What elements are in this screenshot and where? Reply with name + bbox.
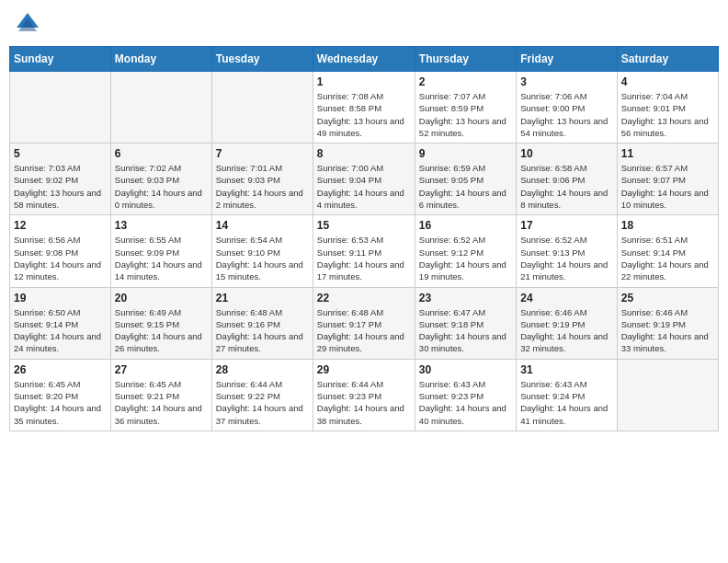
day-number: 4 — [621, 75, 714, 88]
day-cell: 26Sunrise: 6:45 AMSunset: 9:20 PMDayligh… — [10, 359, 111, 431]
day-info: Sunrise: 6:52 AMSunset: 9:12 PMDaylight:… — [419, 234, 512, 282]
day-cell: 23Sunrise: 6:47 AMSunset: 9:18 PMDayligh… — [415, 287, 516, 359]
day-cell: 6Sunrise: 7:02 AMSunset: 9:03 PMDaylight… — [110, 144, 211, 215]
day-cell: 4Sunrise: 7:04 AMSunset: 9:01 PMDaylight… — [617, 72, 718, 144]
day-cell: 11Sunrise: 6:57 AMSunset: 9:07 PMDayligh… — [617, 144, 718, 215]
day-number: 8 — [317, 147, 411, 160]
day-number: 20 — [115, 292, 208, 304]
day-number: 26 — [14, 363, 107, 376]
day-number: 15 — [317, 219, 411, 232]
week-row-5: 26Sunrise: 6:45 AMSunset: 9:20 PMDayligh… — [10, 359, 719, 431]
day-number: 16 — [419, 219, 512, 232]
day-info: Sunrise: 6:48 AMSunset: 9:16 PMDaylight:… — [216, 306, 309, 355]
day-info: Sunrise: 6:44 AMSunset: 9:23 PMDaylight:… — [317, 378, 411, 427]
day-number: 11 — [621, 147, 714, 160]
day-number: 22 — [317, 292, 411, 304]
day-cell: 24Sunrise: 6:46 AMSunset: 9:19 PMDayligh… — [517, 287, 617, 359]
day-info: Sunrise: 6:57 AMSunset: 9:07 PMDaylight:… — [621, 162, 714, 211]
day-info: Sunrise: 6:45 AMSunset: 9:20 PMDaylight:… — [14, 378, 107, 427]
day-info: Sunrise: 6:50 AMSunset: 9:14 PMDaylight:… — [14, 306, 107, 355]
day-info: Sunrise: 6:46 AMSunset: 9:19 PMDaylight:… — [520, 306, 612, 355]
day-cell: 12Sunrise: 6:56 AMSunset: 9:08 PMDayligh… — [10, 215, 111, 287]
day-number: 2 — [419, 75, 512, 88]
day-number: 31 — [520, 363, 612, 376]
day-cell: 22Sunrise: 6:48 AMSunset: 9:17 PMDayligh… — [313, 287, 415, 359]
day-info: Sunrise: 6:58 AMSunset: 9:06 PMDaylight:… — [520, 162, 612, 211]
day-number: 19 — [14, 292, 107, 304]
week-row-3: 12Sunrise: 6:56 AMSunset: 9:08 PMDayligh… — [10, 215, 719, 287]
logo — [13, 9, 46, 39]
header-thursday: Thursday — [415, 47, 516, 72]
day-number: 7 — [216, 147, 309, 160]
day-cell: 1Sunrise: 7:08 AMSunset: 8:58 PMDaylight… — [313, 72, 415, 144]
day-info: Sunrise: 7:04 AMSunset: 9:01 PMDaylight:… — [621, 90, 714, 139]
week-row-2: 5Sunrise: 7:03 AMSunset: 9:02 PMDaylight… — [10, 144, 719, 215]
calendar-table: SundayMondayTuesdayWednesdayThursdayFrid… — [9, 46, 719, 431]
day-cell: 19Sunrise: 6:50 AMSunset: 9:14 PMDayligh… — [10, 287, 111, 359]
day-cell: 30Sunrise: 6:43 AMSunset: 9:23 PMDayligh… — [415, 359, 516, 431]
day-info: Sunrise: 7:00 AMSunset: 9:04 PMDaylight:… — [317, 162, 411, 211]
day-cell: 5Sunrise: 7:03 AMSunset: 9:02 PMDaylight… — [10, 144, 111, 215]
day-cell: 31Sunrise: 6:43 AMSunset: 9:24 PMDayligh… — [517, 359, 617, 431]
day-number: 25 — [621, 292, 714, 304]
day-info: Sunrise: 7:02 AMSunset: 9:03 PMDaylight:… — [115, 162, 208, 211]
day-cell: 29Sunrise: 6:44 AMSunset: 9:23 PMDayligh… — [313, 359, 415, 431]
day-cell: 20Sunrise: 6:49 AMSunset: 9:15 PMDayligh… — [110, 287, 211, 359]
page-header — [9, 9, 719, 39]
day-info: Sunrise: 6:47 AMSunset: 9:18 PMDaylight:… — [419, 306, 512, 355]
day-number: 6 — [115, 147, 208, 160]
day-info: Sunrise: 6:56 AMSunset: 9:08 PMDaylight:… — [14, 234, 107, 282]
day-cell: 7Sunrise: 7:01 AMSunset: 9:03 PMDaylight… — [211, 144, 313, 215]
day-number: 3 — [520, 75, 612, 88]
header-tuesday: Tuesday — [211, 47, 313, 72]
header-monday: Monday — [110, 47, 211, 72]
day-number: 12 — [14, 219, 107, 232]
day-number: 24 — [520, 292, 612, 304]
header-saturday: Saturday — [617, 47, 718, 72]
week-row-1: 1Sunrise: 7:08 AMSunset: 8:58 PMDaylight… — [10, 72, 719, 144]
day-info: Sunrise: 7:08 AMSunset: 8:58 PMDaylight:… — [317, 90, 411, 139]
day-cell: 15Sunrise: 6:53 AMSunset: 9:11 PMDayligh… — [313, 215, 415, 287]
day-cell: 28Sunrise: 6:44 AMSunset: 9:22 PMDayligh… — [211, 359, 313, 431]
day-number: 13 — [115, 219, 208, 232]
day-info: Sunrise: 7:06 AMSunset: 9:00 PMDaylight:… — [520, 90, 612, 139]
day-cell: 14Sunrise: 6:54 AMSunset: 9:10 PMDayligh… — [211, 215, 313, 287]
day-number: 5 — [14, 147, 107, 160]
header-friday: Friday — [517, 47, 617, 72]
day-info: Sunrise: 6:46 AMSunset: 9:19 PMDaylight:… — [621, 306, 714, 355]
day-info: Sunrise: 6:52 AMSunset: 9:13 PMDaylight:… — [520, 234, 612, 282]
day-cell: 21Sunrise: 6:48 AMSunset: 9:16 PMDayligh… — [211, 287, 313, 359]
day-info: Sunrise: 6:43 AMSunset: 9:24 PMDaylight:… — [520, 378, 612, 427]
day-number: 18 — [621, 219, 714, 232]
header-wednesday: Wednesday — [313, 47, 415, 72]
day-cell: 18Sunrise: 6:51 AMSunset: 9:14 PMDayligh… — [617, 215, 718, 287]
day-info: Sunrise: 6:49 AMSunset: 9:15 PMDaylight:… — [115, 306, 208, 355]
day-number: 21 — [216, 292, 309, 304]
day-cell — [617, 359, 718, 431]
day-cell: 8Sunrise: 7:00 AMSunset: 9:04 PMDaylight… — [313, 144, 415, 215]
day-info: Sunrise: 6:45 AMSunset: 9:21 PMDaylight:… — [115, 378, 208, 427]
day-info: Sunrise: 6:44 AMSunset: 9:22 PMDaylight:… — [216, 378, 309, 427]
day-cell: 27Sunrise: 6:45 AMSunset: 9:21 PMDayligh… — [110, 359, 211, 431]
day-info: Sunrise: 6:55 AMSunset: 9:09 PMDaylight:… — [115, 234, 208, 282]
day-info: Sunrise: 6:53 AMSunset: 9:11 PMDaylight:… — [317, 234, 411, 282]
calendar-body: 1Sunrise: 7:08 AMSunset: 8:58 PMDaylight… — [10, 72, 719, 431]
day-info: Sunrise: 6:43 AMSunset: 9:23 PMDaylight:… — [419, 378, 512, 427]
week-row-4: 19Sunrise: 6:50 AMSunset: 9:14 PMDayligh… — [10, 287, 719, 359]
day-number: 10 — [520, 147, 612, 160]
day-cell — [110, 72, 211, 144]
day-info: Sunrise: 7:07 AMSunset: 8:59 PMDaylight:… — [419, 90, 512, 139]
day-number: 27 — [115, 363, 208, 376]
day-number: 28 — [216, 363, 309, 376]
day-cell: 13Sunrise: 6:55 AMSunset: 9:09 PMDayligh… — [110, 215, 211, 287]
day-cell: 10Sunrise: 6:58 AMSunset: 9:06 PMDayligh… — [517, 144, 617, 215]
day-info: Sunrise: 7:03 AMSunset: 9:02 PMDaylight:… — [14, 162, 107, 211]
day-number: 9 — [419, 147, 512, 160]
day-number: 17 — [520, 219, 612, 232]
day-info: Sunrise: 7:01 AMSunset: 9:03 PMDaylight:… — [216, 162, 309, 211]
day-cell: 16Sunrise: 6:52 AMSunset: 9:12 PMDayligh… — [415, 215, 516, 287]
day-cell: 2Sunrise: 7:07 AMSunset: 8:59 PMDaylight… — [415, 72, 516, 144]
day-number: 29 — [317, 363, 411, 376]
calendar-header-row: SundayMondayTuesdayWednesdayThursdayFrid… — [10, 47, 719, 72]
header-sunday: Sunday — [10, 47, 111, 72]
